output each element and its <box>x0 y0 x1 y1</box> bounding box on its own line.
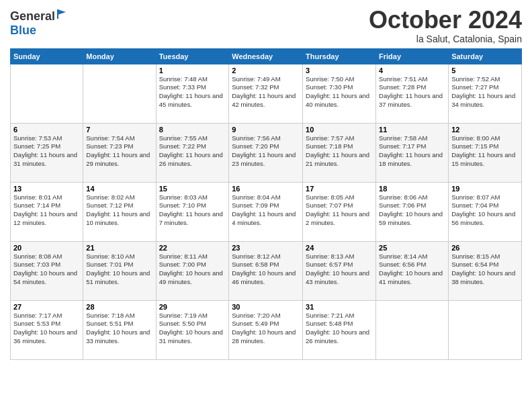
col-wednesday: Wednesday <box>229 48 303 64</box>
day-info: Sunrise: 7:20 AM Sunset: 5:49 PM Dayligh… <box>232 312 300 346</box>
day-info: Sunrise: 8:15 AM Sunset: 6:54 PM Dayligh… <box>451 253 519 287</box>
table-row: 23Sunrise: 8:12 AM Sunset: 6:58 PM Dayli… <box>229 241 303 300</box>
table-row: 3Sunrise: 7:50 AM Sunset: 7:30 PM Daylig… <box>303 64 376 123</box>
logo: General Blue <box>10 9 69 38</box>
col-thursday: Thursday <box>303 48 376 64</box>
day-number: 23 <box>232 244 300 252</box>
day-info: Sunrise: 7:50 AM Sunset: 7:30 PM Dayligh… <box>306 75 373 109</box>
day-info: Sunrise: 8:02 AM Sunset: 7:12 PM Dayligh… <box>86 193 152 228</box>
day-info: Sunrise: 8:05 AM Sunset: 7:07 PM Dayligh… <box>306 193 373 228</box>
day-info: Sunrise: 8:11 AM Sunset: 7:00 PM Dayligh… <box>159 253 226 287</box>
day-number: 13 <box>13 185 80 193</box>
day-info: Sunrise: 8:08 AM Sunset: 7:03 PM Dayligh… <box>13 253 80 287</box>
day-info: Sunrise: 7:52 AM Sunset: 7:27 PM Dayligh… <box>451 75 519 109</box>
day-number: 5 <box>451 66 519 75</box>
table-row <box>376 300 449 359</box>
table-row: 25Sunrise: 8:14 AM Sunset: 6:56 PM Dayli… <box>376 241 449 300</box>
logo-blue: Blue <box>10 24 36 37</box>
day-info: Sunrise: 8:04 AM Sunset: 7:09 PM Dayligh… <box>232 193 300 228</box>
table-row: 21Sunrise: 8:10 AM Sunset: 7:01 PM Dayli… <box>83 241 156 300</box>
day-number: 26 <box>451 244 519 252</box>
day-info: Sunrise: 7:57 AM Sunset: 7:18 PM Dayligh… <box>306 134 373 169</box>
table-row: 15Sunrise: 8:03 AM Sunset: 7:10 PM Dayli… <box>156 182 229 241</box>
day-number: 2 <box>232 66 300 75</box>
table-row: 28Sunrise: 7:18 AM Sunset: 5:51 PM Dayli… <box>83 300 156 359</box>
day-number: 22 <box>159 244 226 252</box>
table-row: 8Sunrise: 7:55 AM Sunset: 7:22 PM Daylig… <box>156 123 229 182</box>
logo-general: General <box>10 9 55 24</box>
day-info: Sunrise: 8:06 AM Sunset: 7:06 PM Dayligh… <box>379 193 445 228</box>
day-number: 6 <box>13 126 80 134</box>
table-row: 18Sunrise: 8:06 AM Sunset: 7:06 PM Dayli… <box>376 182 449 241</box>
day-number: 30 <box>232 303 300 311</box>
day-number: 10 <box>306 126 373 134</box>
day-number: 31 <box>306 303 373 311</box>
col-tuesday: Tuesday <box>156 48 229 64</box>
day-info: Sunrise: 7:58 AM Sunset: 7:17 PM Dayligh… <box>379 134 445 169</box>
calendar-week-row: 1Sunrise: 7:48 AM Sunset: 7:33 PM Daylig… <box>11 64 522 123</box>
day-number: 14 <box>86 185 152 193</box>
day-number: 11 <box>379 126 445 134</box>
day-number: 15 <box>159 185 226 193</box>
month-title: October 2024 <box>369 7 522 34</box>
table-row: 5Sunrise: 7:52 AM Sunset: 7:27 PM Daylig… <box>449 64 522 123</box>
day-info: Sunrise: 7:49 AM Sunset: 7:32 PM Dayligh… <box>232 75 300 109</box>
table-row: 12Sunrise: 8:00 AM Sunset: 7:15 PM Dayli… <box>449 123 522 182</box>
day-info: Sunrise: 7:53 AM Sunset: 7:25 PM Dayligh… <box>13 134 80 169</box>
day-number: 4 <box>379 66 445 75</box>
day-number: 29 <box>159 303 226 311</box>
table-row: 24Sunrise: 8:13 AM Sunset: 6:57 PM Dayli… <box>303 241 376 300</box>
day-number: 3 <box>306 66 373 75</box>
day-info: Sunrise: 7:56 AM Sunset: 7:20 PM Dayligh… <box>232 134 300 169</box>
day-number: 16 <box>232 185 300 193</box>
day-number: 9 <box>232 126 300 134</box>
day-number: 21 <box>86 244 152 252</box>
day-info: Sunrise: 7:48 AM Sunset: 7:33 PM Dayligh… <box>159 75 226 109</box>
col-friday: Friday <box>376 48 449 64</box>
day-number: 24 <box>306 244 373 252</box>
table-row: 30Sunrise: 7:20 AM Sunset: 5:49 PM Dayli… <box>229 300 303 359</box>
title-block: October 2024 la Salut, Catalonia, Spain <box>369 7 522 44</box>
day-info: Sunrise: 8:10 AM Sunset: 7:01 PM Dayligh… <box>86 253 152 287</box>
day-info: Sunrise: 7:55 AM Sunset: 7:22 PM Dayligh… <box>159 134 226 169</box>
table-row: 1Sunrise: 7:48 AM Sunset: 7:33 PM Daylig… <box>156 64 229 123</box>
calendar-week-row: 13Sunrise: 8:01 AM Sunset: 7:14 PM Dayli… <box>11 182 522 241</box>
day-number: 7 <box>86 126 152 134</box>
page-container: General Blue October 2024 la Salut, Cata… <box>0 0 532 367</box>
day-number: 12 <box>451 126 519 134</box>
table-row: 31Sunrise: 7:21 AM Sunset: 5:48 PM Dayli… <box>303 300 376 359</box>
day-number: 27 <box>13 303 80 311</box>
day-info: Sunrise: 7:18 AM Sunset: 5:51 PM Dayligh… <box>86 312 152 346</box>
day-info: Sunrise: 8:12 AM Sunset: 6:58 PM Dayligh… <box>232 253 300 287</box>
table-row: 4Sunrise: 7:51 AM Sunset: 7:28 PM Daylig… <box>376 64 449 123</box>
day-number: 18 <box>379 185 445 193</box>
calendar-header-row: Sunday Monday Tuesday Wednesday Thursday… <box>11 48 522 64</box>
day-number: 25 <box>379 244 445 252</box>
table-row: 6Sunrise: 7:53 AM Sunset: 7:25 PM Daylig… <box>11 123 83 182</box>
table-row: 22Sunrise: 8:11 AM Sunset: 7:00 PM Dayli… <box>156 241 229 300</box>
day-number: 1 <box>159 66 226 75</box>
day-number: 28 <box>86 303 152 311</box>
table-row: 7Sunrise: 7:54 AM Sunset: 7:23 PM Daylig… <box>83 123 156 182</box>
table-row <box>11 64 83 123</box>
table-row: 9Sunrise: 7:56 AM Sunset: 7:20 PM Daylig… <box>229 123 303 182</box>
day-number: 17 <box>306 185 373 193</box>
day-info: Sunrise: 8:07 AM Sunset: 7:04 PM Dayligh… <box>451 193 519 228</box>
day-info: Sunrise: 7:21 AM Sunset: 5:48 PM Dayligh… <box>306 312 373 346</box>
calendar-table: Sunday Monday Tuesday Wednesday Thursday… <box>10 48 522 360</box>
calendar-week-row: 20Sunrise: 8:08 AM Sunset: 7:03 PM Dayli… <box>11 241 522 300</box>
table-row: 13Sunrise: 8:01 AM Sunset: 7:14 PM Dayli… <box>11 182 83 241</box>
day-info: Sunrise: 8:00 AM Sunset: 7:15 PM Dayligh… <box>451 134 519 169</box>
table-row: 20Sunrise: 8:08 AM Sunset: 7:03 PM Dayli… <box>11 241 83 300</box>
day-info: Sunrise: 7:17 AM Sunset: 5:53 PM Dayligh… <box>13 312 80 346</box>
table-row: 11Sunrise: 7:58 AM Sunset: 7:17 PM Dayli… <box>376 123 449 182</box>
day-number: 19 <box>451 185 519 193</box>
day-info: Sunrise: 7:54 AM Sunset: 7:23 PM Dayligh… <box>86 134 152 169</box>
table-row: 29Sunrise: 7:19 AM Sunset: 5:50 PM Dayli… <box>156 300 229 359</box>
table-row: 17Sunrise: 8:05 AM Sunset: 7:07 PM Dayli… <box>303 182 376 241</box>
table-row: 16Sunrise: 8:04 AM Sunset: 7:09 PM Dayli… <box>229 182 303 241</box>
table-row: 14Sunrise: 8:02 AM Sunset: 7:12 PM Dayli… <box>83 182 156 241</box>
logo-flag-icon <box>56 8 69 20</box>
day-info: Sunrise: 8:03 AM Sunset: 7:10 PM Dayligh… <box>159 193 226 228</box>
table-row: 10Sunrise: 7:57 AM Sunset: 7:18 PM Dayli… <box>303 123 376 182</box>
